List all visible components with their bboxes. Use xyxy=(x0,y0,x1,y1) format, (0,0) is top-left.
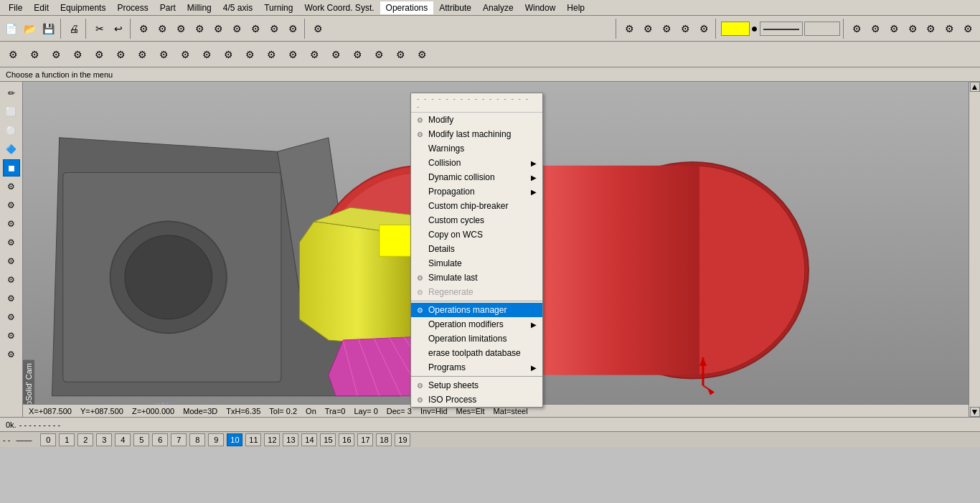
side-btn-4[interactable]: 🔷 xyxy=(3,141,20,158)
tb2-b17[interactable]: ⚙ xyxy=(347,44,367,65)
page-tab-10[interactable]: 10 xyxy=(227,433,242,446)
ctx-setup-sheets[interactable]: ⚙ Setup sheets xyxy=(411,378,542,392)
tb2-b4[interactable]: ⚙ xyxy=(67,44,88,65)
page-tab-8[interactable]: 8 xyxy=(189,433,205,446)
ctx-custom-chip-breaker[interactable]: Custom chip-breaker xyxy=(411,199,542,213)
side-btn-11[interactable]: ⚙ xyxy=(3,271,20,288)
tb-r9[interactable]: ⚙ xyxy=(904,19,921,39)
menu-equipments[interactable]: Equipments xyxy=(55,1,111,14)
tb2-b3[interactable]: ⚙ xyxy=(46,44,66,65)
tb2-b16[interactable]: ⚙ xyxy=(326,44,346,65)
menu-attribute[interactable]: Attribute xyxy=(433,1,477,14)
ctx-warnings[interactable]: Warnings xyxy=(411,141,542,156)
side-btn-14[interactable]: ⚙ xyxy=(3,327,20,344)
ctx-operation-limitations[interactable]: Operation limitations xyxy=(411,332,542,346)
tb-hatch[interactable] xyxy=(804,22,840,36)
scroll-up-btn[interactable]: ▲ xyxy=(970,82,980,92)
ctx-copy-on-wcs[interactable]: Copy on WCS xyxy=(411,227,542,242)
page-tab-3[interactable]: 3 xyxy=(96,433,112,446)
tb-b9[interactable]: ⚙ xyxy=(284,19,301,39)
tb2-b9[interactable]: ⚙ xyxy=(175,44,195,65)
ctx-iso-process[interactable]: ⚙ ISO Process xyxy=(411,392,542,407)
side-btn-15[interactable]: ⚙ xyxy=(3,346,20,363)
tb2-b12[interactable]: ⚙ xyxy=(240,44,260,65)
menu-4-5-axis[interactable]: 4/5 axis xyxy=(217,1,258,14)
ctx-propagation[interactable]: Propagation ▶ xyxy=(411,184,542,199)
tb-r1[interactable]: ⚙ xyxy=(621,19,638,39)
right-scrollbar[interactable]: ▲ ▼ xyxy=(969,82,980,417)
tb2-b7[interactable]: ⚙ xyxy=(132,44,152,65)
menu-file[interactable]: File xyxy=(3,1,28,14)
side-btn-12[interactable]: ⚙ xyxy=(3,290,20,307)
page-tab-2[interactable]: 2 xyxy=(77,433,93,446)
tb-open[interactable]: 📂 xyxy=(22,19,39,39)
side-btn-10[interactable]: ⚙ xyxy=(3,253,20,270)
tb2-b15[interactable]: ⚙ xyxy=(304,44,324,65)
ctx-programs[interactable]: Programs ▶ xyxy=(411,360,542,375)
page-tab-18[interactable]: 18 xyxy=(376,433,392,446)
tb-r5[interactable]: ⚙ xyxy=(695,19,712,39)
page-tab-7[interactable]: 7 xyxy=(171,433,187,446)
menu-operations[interactable]: Operations xyxy=(380,1,434,14)
page-tab-15[interactable]: 15 xyxy=(320,433,336,446)
menu-analyze[interactable]: Analyze xyxy=(477,1,519,14)
tb2-b5[interactable]: ⚙ xyxy=(89,44,109,65)
tb-r8[interactable]: ⚙ xyxy=(885,19,903,39)
tb-cut[interactable]: ✂ xyxy=(91,19,108,39)
tb2-b11[interactable]: ⚙ xyxy=(218,44,238,65)
tb2-b20[interactable]: ⚙ xyxy=(412,44,432,65)
menu-edit[interactable]: Edit xyxy=(28,1,55,14)
tb-r2[interactable]: ⚙ xyxy=(639,19,656,39)
tb-b1[interactable]: ⚙ xyxy=(136,19,153,39)
side-btn-1[interactable]: ✏ xyxy=(3,85,20,102)
tb-r12[interactable]: ⚙ xyxy=(960,19,977,39)
scroll-down-btn[interactable]: ▼ xyxy=(970,407,980,417)
tb2-b6[interactable]: ⚙ xyxy=(110,44,131,65)
tb-b2[interactable]: ⚙ xyxy=(154,19,171,39)
side-btn-9[interactable]: ⚙ xyxy=(3,234,20,251)
side-btn-5[interactable]: ◼ xyxy=(3,159,20,177)
ctx-custom-cycles[interactable]: Custom cycles xyxy=(411,213,542,227)
tb-r4[interactable]: ⚙ xyxy=(677,19,694,39)
page-tab-4[interactable]: 4 xyxy=(115,433,131,446)
ctx-simulate-last[interactable]: ⚙ Simulate last xyxy=(411,271,542,285)
tb-r7[interactable]: ⚙ xyxy=(867,19,884,39)
side-btn-7[interactable]: ⚙ xyxy=(3,197,20,214)
tb-b10[interactable]: ⚙ xyxy=(310,19,327,39)
page-tab-5[interactable]: 5 xyxy=(133,433,149,446)
tb-r11[interactable]: ⚙ xyxy=(941,19,958,39)
ctx-modify-last[interactable]: ⚙ Modify last machining xyxy=(411,127,542,141)
page-tab-11[interactable]: 11 xyxy=(245,433,261,446)
side-btn-6[interactable]: ⚙ xyxy=(3,178,20,195)
ctx-dynamic-collision[interactable]: Dynamic collision ▶ xyxy=(411,170,542,184)
ctx-modify[interactable]: ⚙ Modify xyxy=(411,113,542,127)
tb2-b1[interactable]: ⚙ xyxy=(3,44,23,65)
menu-window[interactable]: Window xyxy=(519,1,562,14)
page-tab-0[interactable]: 0 xyxy=(40,433,56,446)
tb-b5[interactable]: ⚙ xyxy=(209,19,227,39)
page-tab-16[interactable]: 16 xyxy=(339,433,354,446)
tb2-b18[interactable]: ⚙ xyxy=(369,44,389,65)
tb-r6[interactable]: ⚙ xyxy=(848,19,865,39)
tb2-b10[interactable]: ⚙ xyxy=(197,44,217,65)
menu-help[interactable]: Help xyxy=(561,1,590,14)
tb2-b19[interactable]: ⚙ xyxy=(390,44,410,65)
page-tab-12[interactable]: 12 xyxy=(264,433,280,446)
page-tab-19[interactable]: 19 xyxy=(395,433,410,446)
tb2-b13[interactable]: ⚙ xyxy=(261,44,281,65)
ctx-operation-modifiers[interactable]: Operation modifiers ▶ xyxy=(411,317,542,332)
menu-milling[interactable]: Milling xyxy=(182,1,217,14)
page-tab-1[interactable]: 1 xyxy=(59,433,75,446)
side-btn-13[interactable]: ⚙ xyxy=(3,309,20,326)
menu-turning[interactable]: Turning xyxy=(258,1,298,14)
ctx-operations-manager[interactable]: ⚙ Operations manager xyxy=(411,303,542,317)
tb2-b14[interactable]: ⚙ xyxy=(283,44,303,65)
tb-print[interactable]: 🖨 xyxy=(65,19,83,39)
tb-r3[interactable]: ⚙ xyxy=(658,19,675,39)
ctx-collision[interactable]: Collision ▶ xyxy=(411,156,542,170)
side-btn-3[interactable]: ⚪ xyxy=(3,122,20,139)
menu-part[interactable]: Part xyxy=(154,1,182,14)
side-btn-8[interactable]: ⚙ xyxy=(3,215,20,232)
page-tab-17[interactable]: 17 xyxy=(357,433,373,446)
ctx-details[interactable]: Details xyxy=(411,242,542,256)
